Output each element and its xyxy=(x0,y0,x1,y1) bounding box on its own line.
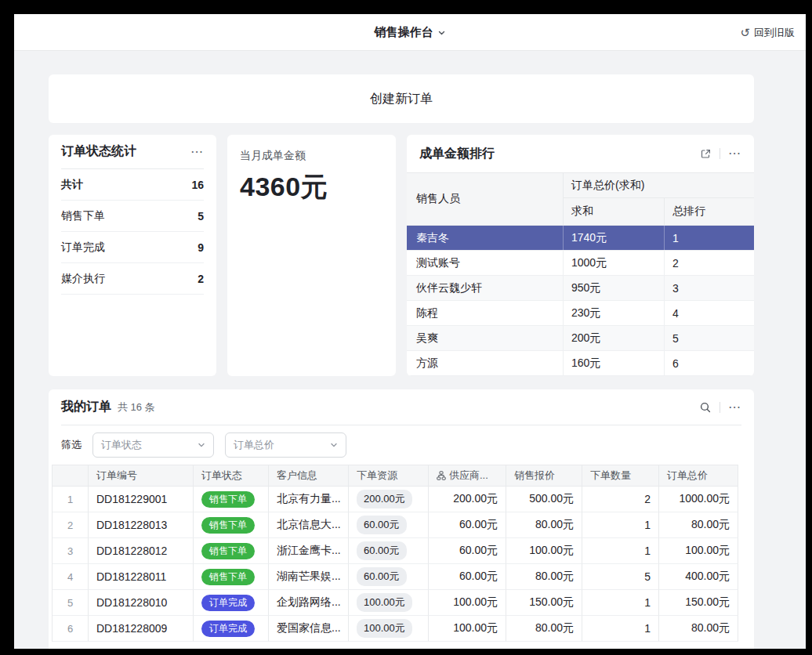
rank-position: 5 xyxy=(664,326,754,350)
ranking-card-header: 成单金额排行 ⋯ xyxy=(419,135,741,172)
order-number: DD181228012 xyxy=(89,538,194,564)
status-value: 5 xyxy=(198,210,204,223)
supplier-cell: 200.00元 xyxy=(429,487,506,512)
order-status-cell: 销售下单 xyxy=(194,487,269,512)
order-status-card: 订单状态统计 ⋯ 共计 16 销售下单 5 订单完成 9 媒介执行 2 xyxy=(49,135,216,376)
rank-sum: 230元 xyxy=(563,301,664,325)
divider xyxy=(720,402,720,413)
divider xyxy=(720,148,720,159)
qty-cell: 5 xyxy=(582,564,659,590)
more-icon[interactable]: ⋯ xyxy=(728,401,741,414)
order-row[interactable]: 5 DD181228010 订单完成 企划路网络... 100.00元 100.… xyxy=(53,590,738,616)
orders-table-header: 订单编号 订单状态 客户信息 下单资源 供应商... 销售报价 下单数量 订单总… xyxy=(53,465,738,487)
status-badge: 销售下单 xyxy=(201,543,255,559)
quote-cell: 80.00元 xyxy=(506,512,582,538)
rank-person: 伙伴云魏少轩 xyxy=(407,276,563,300)
column-header-supplier-label: 供应商... xyxy=(449,469,488,483)
rank-position: 1 xyxy=(664,226,754,250)
supplier-cell: 60.00元 xyxy=(429,538,506,564)
status-value: 9 xyxy=(198,241,204,254)
status-label: 订单完成 xyxy=(61,241,105,255)
ranking-row[interactable]: 秦吉冬 1740元 1 xyxy=(407,226,754,251)
back-to-old-version-link[interactable]: ↺ 回到旧版 xyxy=(740,14,795,51)
ranking-row[interactable]: 陈程 230元 4 xyxy=(407,301,754,326)
column-header-total-sum-group: 订单总价(求和) xyxy=(563,173,754,198)
qty-cell: 2 xyxy=(582,487,659,512)
status-row: 订单完成 9 xyxy=(61,232,204,263)
order-number: DD181228013 xyxy=(89,512,194,538)
filter-label: 筛选 xyxy=(61,438,82,452)
column-header-status: 订单状态 xyxy=(194,465,269,487)
order-row[interactable]: 1 DD181229001 销售下单 北京有力量... 200.00元 200.… xyxy=(53,487,738,512)
rank-sum: 160元 xyxy=(563,351,664,375)
ranking-row[interactable]: 伙伴云魏少轩 950元 3 xyxy=(407,276,754,301)
status-badge: 销售下单 xyxy=(201,491,255,508)
my-orders-count: 共 16 条 xyxy=(118,400,155,414)
status-label: 共计 xyxy=(61,178,83,192)
column-header-rank: 总排行 xyxy=(664,198,754,225)
quote-cell: 80.00元 xyxy=(506,616,582,642)
ranking-row[interactable]: 方源 160元 6 xyxy=(407,351,754,376)
rank-sum: 950元 xyxy=(563,276,664,300)
rank-position: 4 xyxy=(664,301,754,325)
column-header-customer: 客户信息 xyxy=(269,465,349,487)
status-badge: 订单完成 xyxy=(201,595,255,611)
page-title: 销售操作台 xyxy=(375,25,433,40)
more-icon[interactable]: ⋯ xyxy=(190,146,204,158)
resource-cell: 60.00元 xyxy=(349,564,429,590)
status-row: 媒介执行 2 xyxy=(61,263,204,295)
status-badge: 销售下单 xyxy=(201,569,255,585)
rank-person: 秦吉冬 xyxy=(407,226,563,250)
customer-cell: 湖南芒果娱... xyxy=(269,564,349,590)
workspace-title-switcher[interactable]: 销售操作台 xyxy=(375,14,446,51)
ranking-row[interactable]: 吴爽 200元 5 xyxy=(407,326,754,351)
order-row[interactable]: 6 DD181228009 订单完成 爱国家信息... 100.00元 100.… xyxy=(53,616,738,642)
rank-sum: 1740元 xyxy=(563,226,664,250)
order-number: DD181228011 xyxy=(89,564,194,590)
order-number: DD181228010 xyxy=(89,590,194,616)
order-row[interactable]: 3 DD181228012 销售下单 浙江金鹰卡... 60.00元 60.00… xyxy=(53,538,738,564)
ranking-table-header: 销售人员 订单总价(求和) 求和 总排行 xyxy=(407,172,754,226)
order-total-filter-placeholder: 订单总价 xyxy=(234,438,274,452)
column-header-total: 订单总价 xyxy=(659,465,738,487)
status-value: 2 xyxy=(198,273,204,285)
row-index: 6 xyxy=(53,616,89,642)
total-cell: 80.00元 xyxy=(659,616,738,642)
qty-cell: 1 xyxy=(582,538,659,564)
resource-chip: 60.00元 xyxy=(357,567,407,586)
month-amount-value: 4360元 xyxy=(240,169,383,205)
rank-sum: 1000元 xyxy=(563,251,664,275)
ranking-row[interactable]: 测试账号 1000元 2 xyxy=(407,251,754,276)
supplier-cell: 60.00元 xyxy=(429,564,506,590)
stats-row: 订单状态统计 ⋯ 共计 16 销售下单 5 订单完成 9 媒介执行 2 xyxy=(49,135,754,376)
chevron-down-icon xyxy=(198,441,205,449)
order-status-cell: 订单完成 xyxy=(194,590,269,616)
my-orders-title: 我的订单 xyxy=(61,399,111,415)
qty-cell: 1 xyxy=(582,590,659,616)
rank-person: 方源 xyxy=(407,351,563,375)
row-index: 1 xyxy=(53,487,89,512)
create-order-label: 创建新订单 xyxy=(370,91,433,107)
order-status-cell: 销售下单 xyxy=(194,564,269,590)
history-icon: ↺ xyxy=(740,27,750,38)
order-row[interactable]: 2 DD181228013 销售下单 北京信息大... 60.00元 60.00… xyxy=(53,512,738,538)
order-row[interactable]: 4 DD181228011 销售下单 湖南芒果娱... 60.00元 60.00… xyxy=(53,564,738,590)
resource-chip: 60.00元 xyxy=(357,516,407,534)
open-in-new-icon[interactable] xyxy=(700,148,712,160)
column-header-order-no: 订单编号 xyxy=(89,465,194,487)
more-icon[interactable]: ⋯ xyxy=(728,147,741,160)
filter-row: 筛选 订单状态 订单总价 xyxy=(49,425,754,465)
status-row-total: 共计 16 xyxy=(61,169,204,201)
supplier-cell: 100.00元 xyxy=(429,616,506,642)
resource-chip: 200.00元 xyxy=(357,490,412,508)
order-total-filter-select[interactable]: 订单总价 xyxy=(225,432,346,458)
order-status-card-title: 订单状态统计 xyxy=(61,143,136,160)
customer-cell: 北京有力量... xyxy=(269,487,349,512)
search-icon[interactable] xyxy=(699,401,712,414)
row-index: 5 xyxy=(53,590,89,616)
qty-cell: 1 xyxy=(582,616,659,642)
chevron-down-icon xyxy=(330,441,338,449)
order-status-filter-select[interactable]: 订单状态 xyxy=(92,432,214,458)
rank-position: 2 xyxy=(664,251,754,275)
create-order-button[interactable]: 创建新订单 xyxy=(49,74,754,123)
